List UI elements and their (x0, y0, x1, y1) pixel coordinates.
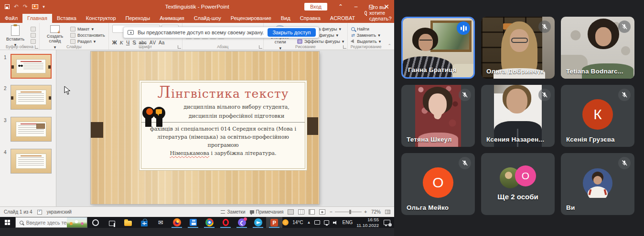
titlebar: ↶ ↷ ▾ Textlinguistik - PowerPoint Вход ⌃… (0, 0, 394, 13)
ribbon-tab-Справка[interactable]: Справка (295, 14, 325, 23)
zoom-level[interactable]: 72% (371, 209, 381, 215)
language-indicator[interactable]: украинский (47, 209, 72, 215)
ribbon-tab-Слайд-шоу[interactable]: Слайд-шоу (189, 14, 226, 23)
display-tray-icon[interactable] (314, 220, 320, 225)
start-button[interactable] (0, 217, 15, 228)
keyboard-language[interactable]: ENG (342, 220, 353, 225)
network-icon[interactable] (324, 220, 329, 225)
slide-sorter-view-icon[interactable] (298, 209, 304, 215)
normal-view-icon[interactable] (288, 209, 294, 215)
slideshow-view-icon[interactable] (319, 209, 325, 215)
comments-button[interactable]: Примечания (250, 209, 284, 215)
participant-tile-8[interactable]: ОЩе 2 особи (481, 153, 555, 215)
reset-button[interactable]: Восстановить (70, 33, 105, 38)
participant-tile-5[interactable]: Ксения Назарен... (481, 85, 555, 147)
shape-effects-icon (297, 39, 302, 44)
ribbon-tab-Переходы[interactable]: Переходы (121, 14, 155, 23)
layout-button[interactable]: Макет▾ (70, 27, 105, 31)
participant-tile-9[interactable]: Ви (561, 153, 634, 215)
participant-tile-6[interactable]: ККсенія Грузєва (561, 85, 634, 147)
replace-icon: ⇄ (351, 33, 355, 38)
taskbar-app-telegram[interactable] (250, 217, 266, 228)
weather-temp[interactable]: 14°C (292, 220, 303, 225)
action-center-icon[interactable] (384, 220, 390, 225)
ribbon-tab-Анимация[interactable]: Анимация (155, 14, 189, 23)
seasonal-art-image[interactable] (67, 217, 87, 227)
ribbon-tab-Файл[interactable]: Файл (0, 14, 22, 23)
signin-button[interactable]: Вход (304, 3, 327, 10)
clock[interactable]: 16:55 11.10.2022 (356, 217, 379, 228)
find-icon (351, 27, 355, 31)
slide-thumbnail-4[interactable] (11, 149, 52, 174)
slide-canvas[interactable]: Лінгвістика тексту дисципліна вільного в… (91, 51, 319, 204)
participant-tile-3[interactable]: Tetiana Bodnarc... (561, 17, 634, 79)
select-button[interactable]: Выделить▾ (351, 39, 381, 44)
redo-icon[interactable]: ↷ (23, 3, 28, 10)
zoom-in-icon[interactable]: + (364, 209, 367, 215)
editor-workspace: 1234 Лінгвістика тексту дисципліна вільн… (0, 50, 394, 206)
customize-qat-icon[interactable]: ▾ (43, 4, 45, 9)
taskbar-app-opera[interactable] (217, 217, 234, 228)
show-hidden-icons-icon[interactable]: ▲ (307, 220, 311, 225)
ribbon-tab-Вид[interactable]: Вид (276, 14, 295, 23)
replace-button[interactable]: ⇄Заменить▾ (351, 33, 381, 38)
ribbon-display-options-icon[interactable]: ⌃ (333, 0, 348, 13)
start-slideshow-icon[interactable] (32, 4, 38, 9)
taskbar-app-cortana[interactable] (87, 217, 104, 228)
ribbon-tab-Рецензирование[interactable]: Рецензирование (226, 14, 276, 23)
letterbox-strip (0, 228, 394, 236)
slide-thumbnail-2[interactable] (11, 85, 52, 110)
spellcheck-icon[interactable] (37, 210, 42, 215)
taskbar-app-task-view[interactable] (104, 217, 120, 228)
taskbar-app-powerpoint[interactable] (266, 217, 282, 228)
participant-tile-2[interactable]: Ольга Добринчук (481, 17, 555, 79)
ribbon-tab-ACROBAT[interactable]: ACROBAT (325, 14, 360, 23)
copy-button[interactable] (31, 33, 36, 38)
undo-icon[interactable]: ↶ (14, 3, 19, 10)
participant-tile-7[interactable]: ООльга Мейко (401, 153, 475, 215)
volume-icon[interactable] (333, 220, 338, 225)
participant-tile-4[interactable]: Тетяна Шкеул (401, 85, 475, 147)
zoom-slider[interactable]: − + (330, 209, 367, 215)
new-slide-icon (50, 25, 60, 33)
taskbar-app-floppy-app[interactable] (185, 217, 201, 228)
slide-thumbnail-3[interactable] (11, 117, 52, 142)
zoom-slider-thumb[interactable] (349, 210, 351, 214)
participant-tile-1[interactable]: Ганна Братиця (401, 17, 475, 79)
window-title: Textlinguistik - PowerPoint (165, 4, 229, 10)
collapse-ribbon-icon[interactable]: ⌃ (387, 43, 391, 48)
shape-effects-button[interactable]: Эффекты фигуры▾ (297, 39, 344, 44)
thumbnail-number: 1 (4, 55, 7, 60)
weather-icon[interactable] (282, 219, 289, 226)
section-button[interactable]: Раздел▾ (70, 39, 105, 44)
zoom-out-icon[interactable]: − (330, 209, 333, 215)
reading-view-icon[interactable] (309, 209, 315, 215)
ribbon-tab-Главная[interactable]: Главная (22, 14, 52, 23)
dialog-launcher-icon[interactable] (343, 45, 346, 49)
taskbar-search[interactable] (15, 217, 87, 228)
dialog-launcher-icon[interactable] (259, 45, 262, 49)
ribbon-tab-Конструктор[interactable]: Конструктор (81, 14, 121, 23)
save-icon[interactable] (5, 4, 10, 9)
dialog-launcher-icon[interactable] (178, 45, 181, 49)
stop-sharing-button[interactable]: Закрыть доступ (268, 28, 315, 37)
ribbon-tab-Вставка[interactable]: Вставка (52, 14, 81, 23)
slide-thumbnail-1[interactable] (11, 54, 52, 79)
slide-decoration-left (91, 122, 103, 138)
misspelled-word: Німецькамова (170, 150, 209, 156)
taskbar-app-mail[interactable]: ✉ (152, 217, 169, 228)
find-button[interactable]: Найти (351, 27, 381, 31)
participant-name: Ксения Назарен... (486, 136, 544, 143)
format-painter-button[interactable] (31, 39, 36, 44)
taskbar-app-firefox[interactable] (169, 217, 185, 228)
taskbar-app-microsoft-store[interactable] (136, 217, 152, 228)
cut-button[interactable] (31, 27, 36, 31)
taskbar-app-file-explorer[interactable] (120, 217, 136, 228)
tell-me-tab[interactable]: Что вы хотите сделать? (360, 3, 398, 23)
fit-to-window-icon[interactable] (385, 210, 390, 214)
taskbar-app-viber[interactable] (234, 217, 250, 228)
taskbar-app-chrome[interactable] (201, 217, 217, 228)
dialog-launcher-icon[interactable] (35, 45, 38, 49)
time: 16:55 (367, 217, 379, 222)
notes-button[interactable]: Заметки (221, 209, 245, 215)
